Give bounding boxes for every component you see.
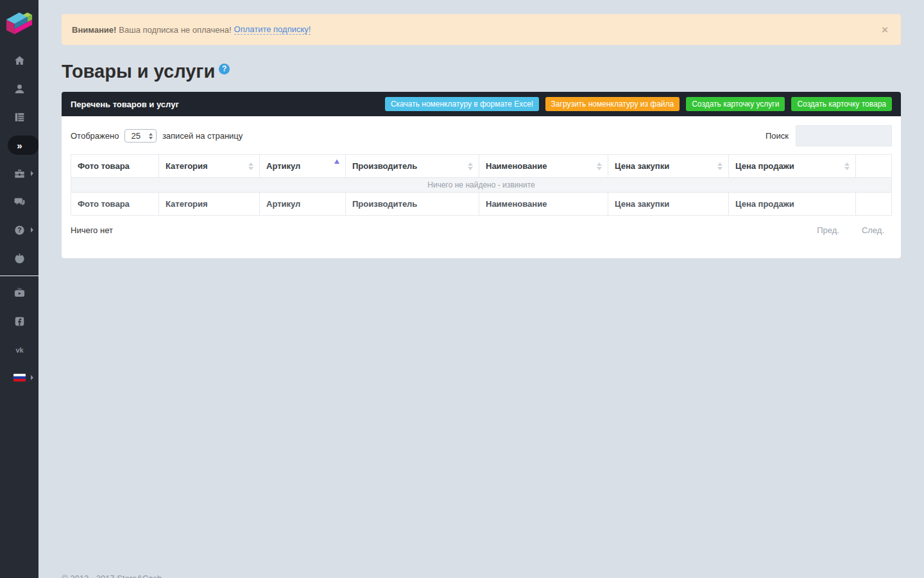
svg-text:You: You [17,287,21,290]
goods-panel: Перечень товаров и услуг Скачать номенкл… [62,92,901,258]
footer-column-sale-price: Цена продажи [729,193,856,216]
banner-attention-label: Внимание! [72,25,116,35]
column-header-purchase-price[interactable]: Цена закупки [608,155,729,178]
search-group: Поиск [766,125,892,146]
subscription-warning-banner: Внимание! Ваша подписка не оплачена! Опл… [62,14,901,45]
sidebar-divider [0,276,38,276]
power-icon [13,252,26,265]
sort-icon [597,162,602,170]
footer-column-category: Категория [159,193,260,216]
status-text: Ничего нет [71,225,113,235]
search-input[interactable] [796,125,892,146]
sidebar-item-facebook[interactable] [0,307,38,335]
sidebar-item-logout[interactable] [0,244,38,272]
footer-column-name: Наименование [479,193,608,216]
sidebar-item-products-active[interactable]: » [0,131,38,159]
storecash-cube-logo [5,10,33,37]
download-excel-button[interactable]: Скачать номенклатуру в формате Excel [385,97,539,111]
panel-body: Отображено 25 записей на страницу Поиск [62,116,901,258]
column-header-sale-price[interactable]: Цена продажи [729,155,856,178]
sidebar-item-home[interactable] [0,46,38,74]
flag-ru-icon [13,374,26,381]
submenu-caret-icon [31,375,33,380]
sort-icon [717,162,723,170]
sidebar-item-language[interactable] [0,363,38,392]
page-help-icon[interactable]: ? [219,64,230,74]
panel-header: Перечень товаров и услуг Скачать номенкл… [62,92,901,116]
table-footer-row: Фото товара Категория Артикул Производит… [71,193,892,216]
panel-title: Перечень товаров и услуг [71,100,179,109]
create-product-card-button[interactable]: Создать карточку товара [791,97,892,111]
table-status-row: Ничего нет Пред. След. [71,225,892,235]
sidebar: » ? You [0,0,38,578]
submenu-caret-icon [31,227,33,232]
panel-header-buttons: Скачать номенклатуру в формате Excel Заг… [385,97,892,111]
footer-column-purchase-price: Цена закупки [608,193,729,216]
sidebar-item-business[interactable] [0,159,38,188]
sidebar-item-youtube[interactable]: You [0,279,38,307]
footer-column-photo: Фото товара [71,193,159,216]
page-size-select[interactable]: 25 [124,129,156,143]
empty-results-message: Ничего не найдено - извините [71,178,892,193]
page-size-prefix-label: Отображено [71,131,119,141]
submenu-caret-icon [31,171,33,176]
table-header-row: Фото товара Категория Артикул Производит… [71,155,892,178]
table-controls: Отображено 25 записей на страницу Поиск [71,125,892,146]
footer-column-actions [856,193,892,216]
pagination-prev[interactable]: Пред. [817,225,839,235]
column-header-name[interactable]: Наименование [479,155,608,178]
help-icon: ? [13,224,26,236]
home-icon [13,55,26,67]
column-header-category[interactable]: Категория [159,155,260,178]
footer-column-sku: Артикул [260,193,346,216]
active-item-pill [8,136,38,155]
chat-icon [13,196,26,208]
column-header-photo: Фото товара [71,155,159,178]
sidebar-item-catalog[interactable] [0,103,38,131]
upload-nomenclature-button[interactable]: Загрузить номенклатуру из файла [545,97,680,111]
pagination-next[interactable]: След. [862,225,884,235]
collapse-chevrons-icon: » [17,140,21,151]
copyright-text: © 2013 - 2017 Store&Cash [62,574,162,578]
close-icon[interactable]: × [882,24,888,35]
sidebar-item-vk[interactable]: vk [0,335,38,363]
search-label: Поиск [766,131,789,141]
empty-results-row: Ничего не найдено - извините [71,178,892,193]
page-size-suffix-label: записей на страницу [162,131,243,141]
pay-subscription-link[interactable]: Оплатите подписку! [234,24,311,35]
footer-column-manufacturer: Производитель [346,193,479,216]
page-size-control: Отображено 25 записей на страницу [71,129,243,143]
column-header-actions [856,155,892,178]
banner-message: Ваша подписка не оплачена! [119,25,231,35]
sort-icon [468,162,473,170]
stepper-icon [149,133,153,139]
page-title: Товары и услуги? [62,61,901,82]
pagination: Пред. След. [817,225,884,235]
goods-table: Фото товара Категория Артикул Производит… [71,154,892,216]
app-logo[interactable] [0,0,38,46]
svg-text:vk: vk [15,346,24,353]
column-header-sku[interactable]: Артикул [260,155,346,178]
column-header-manufacturer[interactable]: Производитель [346,155,479,178]
sort-icon [248,162,253,170]
create-service-card-button[interactable]: Создать карточку услуги [686,97,785,111]
main-content: Внимание! Ваша подписка не оплачена! Опл… [38,14,924,578]
sidebar-item-chat[interactable] [0,188,38,216]
sort-asc-icon [334,159,339,164]
sidebar-item-profile[interactable] [0,74,38,103]
briefcase-icon [13,168,26,180]
catalog-table-icon [13,111,26,123]
sidebar-item-help[interactable]: ? [0,216,38,244]
user-icon [13,83,26,95]
svg-text:?: ? [17,227,21,234]
vk-icon: vk [13,344,26,356]
youtube-icon: You [13,287,26,299]
sort-icon [844,162,850,170]
facebook-icon [13,315,26,328]
